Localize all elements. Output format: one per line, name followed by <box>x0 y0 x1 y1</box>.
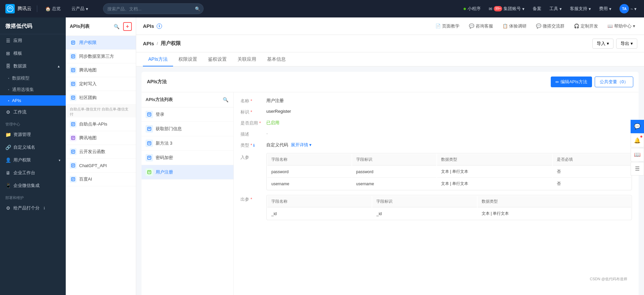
float-btn-notify[interactable]: 🔔 <box>631 134 644 147</box>
type-expand-link[interactable]: 展开详情 <box>291 142 308 147</box>
group-account-btn[interactable]: ✉ 99+ 集团账号 ▾ <box>487 4 527 13</box>
user-avatar-btn[interactable]: TA ~ ▾ <box>618 3 639 15</box>
method-list-search-btn[interactable]: 🔍 <box>221 96 229 104</box>
name-value: 用户注册 <box>266 98 632 104</box>
tencent-logo-icon <box>5 4 15 13</box>
nav-cloud-products[interactable]: 云产品 ▾ <box>69 4 91 13</box>
type-label: 类型 * ℹ <box>240 142 262 148</box>
method-item-dept-info[interactable]: 获取部门信息 <box>142 122 233 136</box>
list-item-tencent-map-2[interactable]: 腾讯地图 <box>66 131 136 145</box>
home-icon: 🏠 <box>45 6 51 11</box>
top-navigation: 腾讯云 🏠 总览 云产品 ▾ 🔍 ● 小程序 ✉ 99+ 集团账号 ▾ 备案 工… <box>0 0 644 17</box>
tool-page-teaching[interactable]: 📄 页面教学 <box>433 22 462 31</box>
add-api-btn[interactable]: + <box>123 22 132 31</box>
sidebar-item-workflow[interactable]: ⚙ 工作流 <box>0 106 66 118</box>
list-item-timed-label: 定时写入 <box>79 81 97 87</box>
method-item-register-label: 用户注册 <box>156 169 173 175</box>
input-param-table: 字段名称 字段标识 数据类型 是否必填 password <box>266 153 632 190</box>
public-var-btn[interactable]: 公共变量（0） <box>595 77 633 87</box>
workflow-icon: ⚙ <box>5 109 11 115</box>
tool-wechat-group[interactable]: 💬 微搭交流群 <box>534 22 567 31</box>
tool-experience[interactable]: 📋 体验调研 <box>500 22 529 31</box>
sidebar-item-wechat[interactable]: 📱 企业微信集成 <box>0 179 66 192</box>
tool-help-center[interactable]: 📖 帮助中心 ▾ <box>605 22 637 31</box>
tab-basic-info[interactable]: 基本信息 <box>262 56 291 66</box>
list-item-sync-data[interactable]: 同步数据至第三方 <box>66 50 136 63</box>
search-input[interactable] <box>103 3 204 14</box>
list-item-chatgpt-label: ChatGPT_API <box>79 163 107 168</box>
sidebar-item-enterprise[interactable]: 🖥 企业工作台 <box>0 166 66 179</box>
nav-overview[interactable]: 🏠 总览 <box>43 4 63 13</box>
sidebar-item-domain[interactable]: 🔗 自定义域名 <box>0 141 66 154</box>
method-item-new3[interactable]: 新方法 3 <box>142 136 233 151</box>
page-teaching-icon: 📄 <box>435 23 441 29</box>
export-btn[interactable]: 导出 ▾ <box>616 39 637 49</box>
tool-consult[interactable]: 💬 咨询客服 <box>467 22 495 31</box>
out-cell-id-name: _id <box>267 208 372 219</box>
tab-related-app[interactable]: 关联应用 <box>232 56 262 66</box>
mini-program-btn[interactable]: ● 小程序 <box>461 4 483 13</box>
apis-info-icon[interactable]: ℹ <box>157 23 162 29</box>
list-item-timed-write[interactable]: 定时写入 <box>66 77 136 91</box>
sidebar-item-data-model[interactable]: ● 数据模型 <box>0 72 66 84</box>
sidebar-group-management: 管理中心 <box>0 118 66 128</box>
sidebar-item-resource[interactable]: 📁 资源管理 <box>0 128 66 141</box>
method-item-encrypt[interactable]: 密码加密 <box>142 151 233 165</box>
list-item-cloud-func[interactable]: 云开发云函数 <box>66 145 136 159</box>
sidebar-item-options-label: 通用选项集 <box>12 87 34 93</box>
sidebar-item-app[interactable]: ☰ 应用 <box>0 34 66 47</box>
method-icon-dept <box>146 125 153 133</box>
method-item-register[interactable]: 用户注册 <box>142 165 233 180</box>
float-btn-menu[interactable]: ☰ <box>631 162 644 176</box>
tab-auth[interactable]: 鉴权设置 <box>203 56 232 66</box>
sidebar-item-template[interactable]: ⊞ 模板 <box>0 47 66 60</box>
sidebar-item-rate[interactable]: ⚙ 给产品打个分 ℹ <box>0 202 66 214</box>
detail-row-name: 名称 * 用户注册 <box>240 98 632 104</box>
tab-apis-method[interactable]: APIs方法 <box>143 56 173 66</box>
edit-apis-method-btn[interactable]: ✏ 编辑APIs方法 <box>551 77 592 87</box>
list-item-tencent-map[interactable]: 腾讯地图 <box>66 63 136 77</box>
list-item-community[interactable]: 社区团购 <box>66 91 136 105</box>
list-item-baidu-ai[interactable]: 百度AI <box>66 173 136 186</box>
list-item-self-api[interactable]: 自助点单-APIs <box>66 117 136 131</box>
tab-permission[interactable]: 权限设置 <box>173 56 203 66</box>
search-secondary-btn[interactable]: 🔍 <box>112 22 120 31</box>
main-layout: 微搭低代码 ☰ 应用 ⊞ 模板 🗄 数据源 ▲ ● 数据模型 ● 通用选项集 ●… <box>0 17 644 295</box>
sidebar-item-user-permission-label: 用户权限 <box>13 157 31 163</box>
enterprise-icon: 🖥 <box>5 170 11 176</box>
tool-page-teaching-label: 页面教学 <box>442 23 460 29</box>
tools-btn[interactable]: 工具 ▾ <box>547 4 564 13</box>
sidebar-item-options[interactable]: ● 通用选项集 <box>0 84 66 95</box>
book-icon: 📖 <box>634 151 641 158</box>
cost-label: 费用 <box>599 6 608 12</box>
sidebar-item-datasource[interactable]: 🗄 数据源 ▲ <box>0 60 66 72</box>
logo[interactable]: 腾讯云 <box>5 4 32 13</box>
sidebar-item-apis[interactable]: ● APIs <box>0 95 66 106</box>
type-info-icon[interactable]: ℹ <box>253 143 255 147</box>
cost-btn[interactable]: 费用 ▾ <box>597 4 613 13</box>
method-item-login[interactable]: 登录 <box>142 107 233 122</box>
tool-experience-label: 体验调研 <box>509 23 527 29</box>
sidebar-item-apis-label: APIs <box>12 98 21 103</box>
method-list-header: APIs方法列表 🔍 <box>142 92 233 107</box>
apis-breadcrumb-root: APIs <box>143 23 154 29</box>
list-item-user-permission[interactable]: 用户权限 <box>66 36 136 50</box>
detail-row-desc: 描述 - <box>240 131 632 137</box>
secondary-sidebar-title: APIs列表 <box>70 23 90 30</box>
customer-service-btn[interactable]: 客服支持 ▾ <box>568 4 593 13</box>
import-btn[interactable]: 导入 ▾ <box>592 39 613 49</box>
search-container: 🔍 <box>103 3 204 14</box>
beian-btn[interactable]: 备案 <box>531 4 543 13</box>
out-cell-id-id: _id <box>372 208 477 219</box>
list-item-chatgpt[interactable]: ChatGPT_API <box>66 159 136 173</box>
float-btn-book[interactable]: 📖 <box>631 148 644 161</box>
sidebar-item-user-permission[interactable]: 👤 用户权限 ▾ <box>0 154 66 166</box>
tool-custom-dev[interactable]: 🎧 定制开发 <box>572 22 600 31</box>
sidebar-item-template-label: 模板 <box>13 50 22 56</box>
tab-basic-info-label: 基本信息 <box>267 56 286 62</box>
method-icon-encrypt <box>146 154 153 161</box>
float-btn-chat[interactable]: 💬 <box>631 120 644 133</box>
chevron-down-icon: ▾ <box>86 6 88 11</box>
page-title-area: APIs / 用户权限 <box>143 40 592 47</box>
list-item-community-label: 社区团购 <box>79 95 97 101</box>
